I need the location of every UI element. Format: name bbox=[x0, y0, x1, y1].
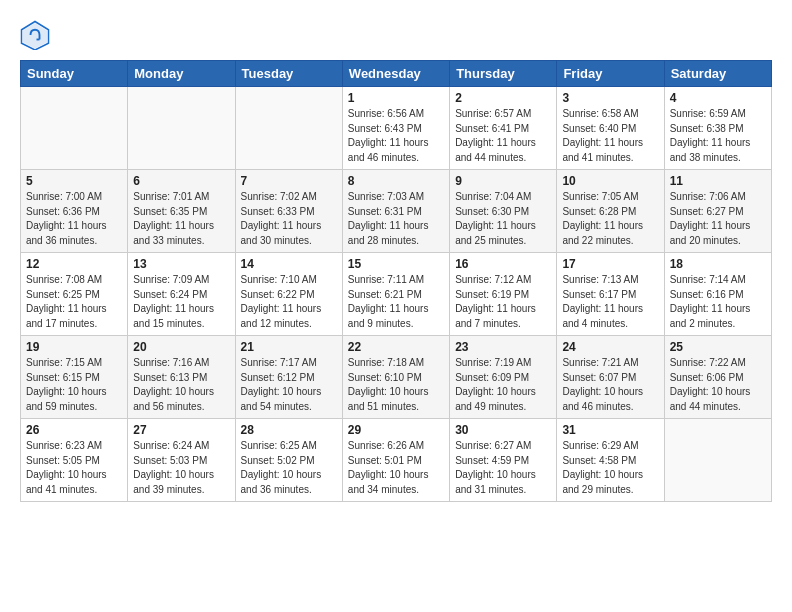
day-of-week-header: Saturday bbox=[664, 61, 771, 87]
day-number: 11 bbox=[670, 174, 766, 188]
calendar-day-cell: 25Sunrise: 7:22 AM Sunset: 6:06 PM Dayli… bbox=[664, 336, 771, 419]
calendar-day-cell: 22Sunrise: 7:18 AM Sunset: 6:10 PM Dayli… bbox=[342, 336, 449, 419]
logo bbox=[20, 20, 54, 50]
calendar-day-cell: 18Sunrise: 7:14 AM Sunset: 6:16 PM Dayli… bbox=[664, 253, 771, 336]
calendar-day-cell: 24Sunrise: 7:21 AM Sunset: 6:07 PM Dayli… bbox=[557, 336, 664, 419]
day-info: Sunrise: 7:17 AM Sunset: 6:12 PM Dayligh… bbox=[241, 356, 337, 414]
day-info: Sunrise: 6:58 AM Sunset: 6:40 PM Dayligh… bbox=[562, 107, 658, 165]
day-number: 21 bbox=[241, 340, 337, 354]
calendar-day-cell: 20Sunrise: 7:16 AM Sunset: 6:13 PM Dayli… bbox=[128, 336, 235, 419]
day-number: 13 bbox=[133, 257, 229, 271]
day-info: Sunrise: 7:06 AM Sunset: 6:27 PM Dayligh… bbox=[670, 190, 766, 248]
day-info: Sunrise: 7:18 AM Sunset: 6:10 PM Dayligh… bbox=[348, 356, 444, 414]
calendar-week-row: 12Sunrise: 7:08 AM Sunset: 6:25 PM Dayli… bbox=[21, 253, 772, 336]
calendar-day-cell bbox=[128, 87, 235, 170]
day-info: Sunrise: 7:21 AM Sunset: 6:07 PM Dayligh… bbox=[562, 356, 658, 414]
day-info: Sunrise: 6:29 AM Sunset: 4:58 PM Dayligh… bbox=[562, 439, 658, 497]
calendar-day-cell: 17Sunrise: 7:13 AM Sunset: 6:17 PM Dayli… bbox=[557, 253, 664, 336]
calendar-day-cell: 19Sunrise: 7:15 AM Sunset: 6:15 PM Dayli… bbox=[21, 336, 128, 419]
calendar-day-cell: 8Sunrise: 7:03 AM Sunset: 6:31 PM Daylig… bbox=[342, 170, 449, 253]
calendar-day-cell: 30Sunrise: 6:27 AM Sunset: 4:59 PM Dayli… bbox=[450, 419, 557, 502]
calendar-day-cell: 5Sunrise: 7:00 AM Sunset: 6:36 PM Daylig… bbox=[21, 170, 128, 253]
day-number: 30 bbox=[455, 423, 551, 437]
day-info: Sunrise: 7:11 AM Sunset: 6:21 PM Dayligh… bbox=[348, 273, 444, 331]
day-info: Sunrise: 7:10 AM Sunset: 6:22 PM Dayligh… bbox=[241, 273, 337, 331]
calendar-day-cell: 13Sunrise: 7:09 AM Sunset: 6:24 PM Dayli… bbox=[128, 253, 235, 336]
calendar-day-cell: 31Sunrise: 6:29 AM Sunset: 4:58 PM Dayli… bbox=[557, 419, 664, 502]
day-number: 4 bbox=[670, 91, 766, 105]
day-number: 25 bbox=[670, 340, 766, 354]
day-number: 10 bbox=[562, 174, 658, 188]
calendar-day-cell: 28Sunrise: 6:25 AM Sunset: 5:02 PM Dayli… bbox=[235, 419, 342, 502]
day-number: 2 bbox=[455, 91, 551, 105]
calendar-day-cell: 16Sunrise: 7:12 AM Sunset: 6:19 PM Dayli… bbox=[450, 253, 557, 336]
day-number: 16 bbox=[455, 257, 551, 271]
calendar-week-row: 19Sunrise: 7:15 AM Sunset: 6:15 PM Dayli… bbox=[21, 336, 772, 419]
day-info: Sunrise: 6:59 AM Sunset: 6:38 PM Dayligh… bbox=[670, 107, 766, 165]
day-number: 14 bbox=[241, 257, 337, 271]
day-number: 19 bbox=[26, 340, 122, 354]
day-info: Sunrise: 7:13 AM Sunset: 6:17 PM Dayligh… bbox=[562, 273, 658, 331]
day-of-week-header: Friday bbox=[557, 61, 664, 87]
calendar-day-cell: 12Sunrise: 7:08 AM Sunset: 6:25 PM Dayli… bbox=[21, 253, 128, 336]
day-number: 27 bbox=[133, 423, 229, 437]
day-info: Sunrise: 6:27 AM Sunset: 4:59 PM Dayligh… bbox=[455, 439, 551, 497]
calendar-day-cell: 21Sunrise: 7:17 AM Sunset: 6:12 PM Dayli… bbox=[235, 336, 342, 419]
day-number: 6 bbox=[133, 174, 229, 188]
day-number: 5 bbox=[26, 174, 122, 188]
day-number: 1 bbox=[348, 91, 444, 105]
calendar-week-row: 5Sunrise: 7:00 AM Sunset: 6:36 PM Daylig… bbox=[21, 170, 772, 253]
day-number: 23 bbox=[455, 340, 551, 354]
day-of-week-header: Wednesday bbox=[342, 61, 449, 87]
day-of-week-header: Monday bbox=[128, 61, 235, 87]
day-info: Sunrise: 7:01 AM Sunset: 6:35 PM Dayligh… bbox=[133, 190, 229, 248]
day-number: 22 bbox=[348, 340, 444, 354]
day-number: 28 bbox=[241, 423, 337, 437]
day-info: Sunrise: 7:14 AM Sunset: 6:16 PM Dayligh… bbox=[670, 273, 766, 331]
day-info: Sunrise: 6:26 AM Sunset: 5:01 PM Dayligh… bbox=[348, 439, 444, 497]
day-number: 26 bbox=[26, 423, 122, 437]
day-of-week-header: Tuesday bbox=[235, 61, 342, 87]
calendar-day-cell bbox=[664, 419, 771, 502]
logo-icon bbox=[20, 20, 50, 50]
day-number: 31 bbox=[562, 423, 658, 437]
day-info: Sunrise: 7:02 AM Sunset: 6:33 PM Dayligh… bbox=[241, 190, 337, 248]
day-number: 18 bbox=[670, 257, 766, 271]
calendar-day-cell: 27Sunrise: 6:24 AM Sunset: 5:03 PM Dayli… bbox=[128, 419, 235, 502]
day-of-week-header: Sunday bbox=[21, 61, 128, 87]
calendar-day-cell: 7Sunrise: 7:02 AM Sunset: 6:33 PM Daylig… bbox=[235, 170, 342, 253]
calendar-day-cell: 3Sunrise: 6:58 AM Sunset: 6:40 PM Daylig… bbox=[557, 87, 664, 170]
day-number: 12 bbox=[26, 257, 122, 271]
day-info: Sunrise: 7:16 AM Sunset: 6:13 PM Dayligh… bbox=[133, 356, 229, 414]
calendar-day-cell: 14Sunrise: 7:10 AM Sunset: 6:22 PM Dayli… bbox=[235, 253, 342, 336]
day-number: 17 bbox=[562, 257, 658, 271]
calendar-day-cell: 1Sunrise: 6:56 AM Sunset: 6:43 PM Daylig… bbox=[342, 87, 449, 170]
day-info: Sunrise: 7:22 AM Sunset: 6:06 PM Dayligh… bbox=[670, 356, 766, 414]
day-number: 15 bbox=[348, 257, 444, 271]
page-header bbox=[20, 20, 772, 50]
day-info: Sunrise: 7:15 AM Sunset: 6:15 PM Dayligh… bbox=[26, 356, 122, 414]
calendar-day-cell: 4Sunrise: 6:59 AM Sunset: 6:38 PM Daylig… bbox=[664, 87, 771, 170]
day-number: 9 bbox=[455, 174, 551, 188]
day-info: Sunrise: 7:03 AM Sunset: 6:31 PM Dayligh… bbox=[348, 190, 444, 248]
calendar-day-cell: 29Sunrise: 6:26 AM Sunset: 5:01 PM Dayli… bbox=[342, 419, 449, 502]
calendar-week-row: 26Sunrise: 6:23 AM Sunset: 5:05 PM Dayli… bbox=[21, 419, 772, 502]
calendar-day-cell: 11Sunrise: 7:06 AM Sunset: 6:27 PM Dayli… bbox=[664, 170, 771, 253]
day-info: Sunrise: 6:57 AM Sunset: 6:41 PM Dayligh… bbox=[455, 107, 551, 165]
calendar-day-cell: 9Sunrise: 7:04 AM Sunset: 6:30 PM Daylig… bbox=[450, 170, 557, 253]
day-number: 29 bbox=[348, 423, 444, 437]
calendar-day-cell bbox=[235, 87, 342, 170]
calendar-header-row: SundayMondayTuesdayWednesdayThursdayFrid… bbox=[21, 61, 772, 87]
day-number: 7 bbox=[241, 174, 337, 188]
calendar-day-cell: 2Sunrise: 6:57 AM Sunset: 6:41 PM Daylig… bbox=[450, 87, 557, 170]
day-number: 20 bbox=[133, 340, 229, 354]
day-info: Sunrise: 7:12 AM Sunset: 6:19 PM Dayligh… bbox=[455, 273, 551, 331]
day-info: Sunrise: 7:08 AM Sunset: 6:25 PM Dayligh… bbox=[26, 273, 122, 331]
calendar-day-cell: 10Sunrise: 7:05 AM Sunset: 6:28 PM Dayli… bbox=[557, 170, 664, 253]
calendar-day-cell: 23Sunrise: 7:19 AM Sunset: 6:09 PM Dayli… bbox=[450, 336, 557, 419]
calendar-day-cell: 6Sunrise: 7:01 AM Sunset: 6:35 PM Daylig… bbox=[128, 170, 235, 253]
day-info: Sunrise: 7:19 AM Sunset: 6:09 PM Dayligh… bbox=[455, 356, 551, 414]
day-number: 8 bbox=[348, 174, 444, 188]
calendar-day-cell: 26Sunrise: 6:23 AM Sunset: 5:05 PM Dayli… bbox=[21, 419, 128, 502]
day-info: Sunrise: 7:09 AM Sunset: 6:24 PM Dayligh… bbox=[133, 273, 229, 331]
